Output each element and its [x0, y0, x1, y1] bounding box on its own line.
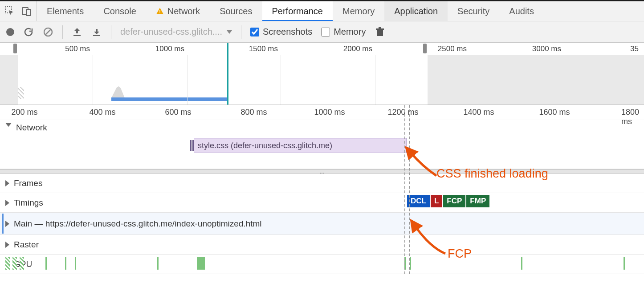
- tab-memory[interactable]: Memory: [333, 1, 384, 21]
- detail-tick: 400 ms: [89, 108, 115, 117]
- screenshots-checkbox[interactable]: Screenshots: [250, 27, 312, 37]
- svg-rect-7: [73, 35, 81, 36]
- svg-rect-11: [379, 27, 381, 28]
- toggle-device-icon[interactable]: [21, 6, 32, 16]
- overview-tick: 35: [630, 44, 641, 53]
- profile-select-value: defer-unused-css.glitch....: [120, 27, 222, 37]
- svg-rect-4: [159, 12, 160, 13]
- disclosure-triangle-icon[interactable]: [5, 221, 9, 227]
- overview-tick: 1000 ms: [155, 44, 187, 53]
- network-request-bar[interactable]: style.css (defer-unused-css.glitch.me): [194, 138, 407, 153]
- overview-selection-handle[interactable]: [423, 44, 427, 53]
- tab-label: Memory: [342, 6, 375, 16]
- track-gpu[interactable]: GPU: [0, 255, 644, 274]
- svg-rect-9: [377, 30, 383, 36]
- resizer[interactable]: ...: [0, 169, 644, 174]
- detail-tick: 800 ms: [240, 108, 267, 117]
- overview-tick: 3000 ms: [532, 44, 564, 53]
- warning-icon: [156, 7, 164, 15]
- screenshots-checkbox-input[interactable]: [250, 28, 259, 36]
- delete-profile-button[interactable]: [375, 27, 385, 37]
- detail-tick: 200 ms: [11, 108, 37, 117]
- badge-load[interactable]: L: [431, 195, 442, 207]
- tab-security[interactable]: Security: [448, 1, 499, 21]
- svg-line-6: [45, 29, 51, 35]
- overview-marker-line: [227, 43, 228, 105]
- disclosure-triangle-icon[interactable]: [5, 123, 12, 127]
- detail-ruler[interactable]: 200 ms400 ms600 ms800 ms1000 ms1200 ms14…: [0, 105, 644, 120]
- overview-tick: 2500 ms: [438, 44, 469, 53]
- overview-tick: 1500 ms: [249, 44, 281, 53]
- memory-checkbox-input[interactable]: [321, 28, 330, 36]
- track-label: Frames: [14, 178, 42, 188]
- detail-tick: 600 ms: [165, 108, 191, 117]
- tab-application[interactable]: Application: [384, 1, 448, 21]
- track-frames[interactable]: Frames: [0, 174, 644, 193]
- overview-activity-bump: [111, 86, 125, 98]
- download-profile-button[interactable]: [91, 27, 102, 37]
- track-label: Network: [16, 123, 47, 133]
- timings-badges: DCL L FCP FMP: [407, 195, 489, 207]
- overview-tick: 500 ms: [65, 44, 93, 53]
- overview-timeline[interactable]: 500 ms1000 ms1500 ms2000 ms2500 ms3000 m…: [0, 43, 644, 105]
- tab-console[interactable]: Console: [94, 1, 146, 21]
- detail-tick: 1200 ms: [387, 108, 418, 117]
- tab-label: Network: [167, 6, 200, 16]
- track-network[interactable]: Network style.css (defer-unused-css.glit…: [0, 120, 644, 169]
- detail-tick: 1400 ms: [463, 108, 494, 117]
- overview-tick: 2000 ms: [343, 44, 375, 53]
- badge-fcp[interactable]: FCP: [443, 195, 465, 207]
- request-queue-marker: [192, 140, 194, 151]
- overview-network-bar: [111, 97, 227, 101]
- svg-rect-8: [93, 35, 100, 36]
- track-timings[interactable]: Timings DCL L FCP FMP: [0, 193, 644, 213]
- tab-performance[interactable]: Performance: [262, 1, 333, 21]
- checkbox-label: Memory: [334, 27, 366, 37]
- tab-label: Console: [103, 6, 136, 16]
- record-button[interactable]: [6, 28, 14, 36]
- detail-pane: 200 ms400 ms600 ms800 ms1000 ms1200 ms14…: [0, 105, 644, 274]
- main-track-indicator: [2, 214, 4, 234]
- upload-profile-button[interactable]: [72, 27, 82, 37]
- tab-label: Elements: [47, 6, 84, 16]
- track-label: Timings: [14, 198, 43, 208]
- clear-button[interactable]: [43, 27, 53, 37]
- svg-rect-10: [376, 28, 384, 30]
- svg-rect-2: [26, 9, 31, 16]
- overview-selection-handle[interactable]: [13, 44, 17, 53]
- profile-select[interactable]: defer-unused-css.glitch....: [120, 27, 232, 37]
- svg-rect-3: [159, 10, 160, 12]
- tab-sources[interactable]: Sources: [210, 1, 262, 21]
- inspect-element-icon[interactable]: [4, 6, 15, 16]
- track-label: Main — https://defer-unused-css.glitch.m…: [14, 219, 262, 229]
- badge-fmp[interactable]: FMP: [466, 195, 489, 207]
- tab-network[interactable]: Network: [146, 1, 210, 21]
- track-raster[interactable]: Raster: [0, 235, 644, 255]
- tab-elements[interactable]: Elements: [37, 1, 94, 21]
- performance-toolbar: defer-unused-css.glitch.... Screenshots …: [0, 21, 644, 43]
- badge-dcl[interactable]: DCL: [407, 195, 430, 207]
- timing-marker-line: [409, 105, 410, 274]
- tab-label: Performance: [272, 6, 323, 16]
- track-main[interactable]: Main — https://defer-unused-css.glitch.m…: [0, 213, 644, 235]
- detail-tick: 1000 ms: [314, 108, 345, 117]
- timing-marker-line: [404, 105, 405, 274]
- tab-label: Application: [394, 6, 438, 16]
- reload-button[interactable]: [23, 27, 34, 37]
- disclosure-triangle-icon[interactable]: [5, 242, 9, 248]
- tab-audits[interactable]: Audits: [499, 1, 544, 21]
- inspect-buttons: [0, 1, 37, 21]
- tab-label: Sources: [220, 6, 252, 16]
- network-request-label: style.css (defer-unused-css.glitch.me): [198, 141, 332, 150]
- detail-tick: 1600 ms: [539, 108, 570, 117]
- chevron-down-icon: [227, 30, 232, 34]
- devtools-tabbar: Elements Console Network Sources Perform…: [0, 0, 644, 21]
- tab-label: Audits: [509, 6, 534, 16]
- tab-label: Security: [457, 6, 489, 16]
- overview-ruler: 500 ms1000 ms1500 ms2000 ms2500 ms3000 m…: [0, 43, 644, 55]
- request-queue-marker: [190, 140, 192, 151]
- disclosure-triangle-icon[interactable]: [5, 180, 9, 186]
- memory-checkbox[interactable]: Memory: [321, 27, 366, 37]
- track-label: Raster: [14, 240, 39, 250]
- disclosure-triangle-icon[interactable]: [5, 200, 9, 206]
